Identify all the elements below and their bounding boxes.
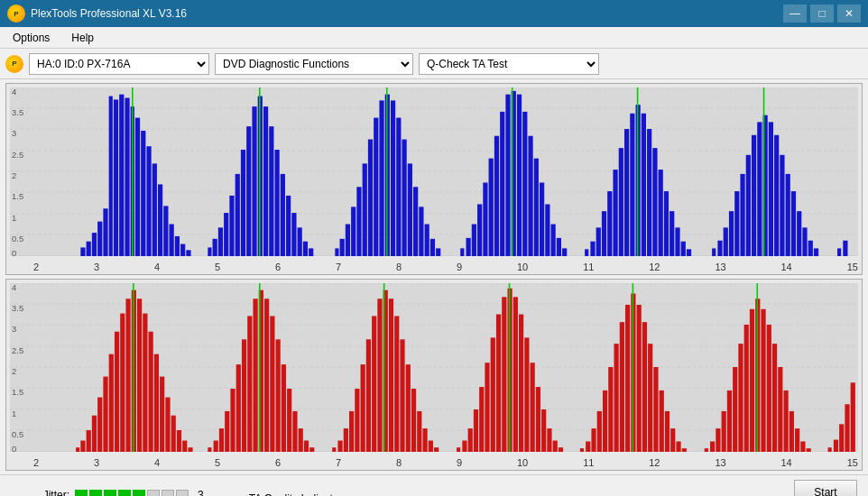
svg-rect-59	[346, 225, 350, 256]
x-label: 4	[154, 457, 160, 468]
svg-rect-213	[411, 389, 416, 452]
svg-rect-274	[807, 448, 811, 452]
svg-rect-117	[729, 211, 734, 256]
svg-rect-190	[264, 299, 269, 452]
svg-rect-38	[208, 247, 211, 256]
svg-rect-80	[483, 182, 487, 256]
x-label: 5	[215, 262, 220, 272]
svg-rect-271	[790, 411, 794, 452]
svg-rect-230	[524, 337, 529, 452]
minimize-button[interactable]: —	[783, 5, 807, 23]
svg-rect-120	[746, 155, 751, 256]
x-label: 6	[275, 262, 281, 272]
svg-rect-131	[808, 241, 813, 256]
svg-text:4: 4	[12, 87, 16, 96]
svg-rect-21	[125, 98, 129, 256]
svg-rect-259	[722, 411, 726, 452]
svg-rect-242	[608, 367, 613, 452]
test-select[interactable]: Q-Check TA Test	[419, 53, 599, 75]
svg-rect-275	[828, 447, 832, 452]
svg-rect-241	[603, 390, 607, 452]
red-chart: 4 3.5 3 2.5 2 1.5 1 0.5 0	[5, 279, 863, 471]
svg-rect-110	[669, 211, 674, 256]
x-label: 8	[396, 457, 402, 468]
blue-chart-svg: 4 3.5 3 2.5 2 1.5 1 0.5 0	[10, 87, 858, 256]
svg-rect-243	[614, 344, 618, 452]
svg-rect-97	[596, 227, 601, 256]
svg-rect-257	[710, 441, 715, 452]
svg-rect-159	[76, 447, 79, 452]
svg-rect-171	[143, 314, 147, 452]
svg-rect-165	[109, 354, 114, 452]
svg-rect-40	[218, 227, 223, 256]
menu-help[interactable]: Help	[64, 30, 101, 46]
bar-seg-empty	[147, 490, 160, 497]
svg-rect-240	[597, 411, 602, 452]
x-label: 5	[215, 457, 220, 468]
svg-text:2.5: 2.5	[12, 151, 23, 160]
close-button[interactable]: ✕	[837, 5, 861, 23]
svg-rect-113	[687, 249, 691, 256]
svg-rect-62	[363, 163, 367, 256]
svg-rect-245	[625, 305, 630, 452]
svg-rect-239	[591, 428, 596, 452]
bottom-panel: Jitter: 3 Peak Shift:	[0, 474, 868, 496]
svg-rect-260	[727, 390, 732, 452]
svg-rect-161	[87, 430, 91, 452]
svg-rect-103	[630, 114, 634, 256]
svg-rect-248	[642, 322, 647, 452]
svg-rect-27	[158, 184, 162, 256]
titlebar: P PlexTools Professional XL V3.16 — □ ✕	[0, 0, 868, 27]
svg-text:3: 3	[12, 129, 16, 138]
svg-text:1.5: 1.5	[12, 388, 23, 397]
svg-text:1: 1	[12, 214, 16, 223]
svg-rect-200	[337, 441, 342, 452]
svg-rect-87	[522, 112, 527, 256]
svg-rect-162	[92, 416, 97, 452]
x-label: 2	[33, 262, 39, 272]
x-label: 15	[847, 262, 858, 272]
svg-rect-95	[585, 249, 588, 256]
svg-rect-70	[408, 163, 412, 256]
svg-rect-187	[247, 316, 252, 452]
red-chart-inner: 4 3.5 3 2.5 2 1.5 1 0.5 0	[10, 283, 858, 452]
svg-rect-267	[767, 325, 771, 452]
svg-rect-270	[783, 390, 788, 452]
svg-rect-262	[738, 344, 743, 452]
function-select[interactable]: DVD Diagnostic Functions	[215, 53, 413, 75]
svg-rect-64	[374, 118, 378, 256]
svg-rect-41	[224, 213, 228, 256]
x-label: 2	[33, 457, 39, 468]
red-chart-xaxis: 2 3 4 5 6 7 8 9 10 11 12 13 14 15	[33, 457, 858, 468]
bar-seg	[104, 490, 116, 497]
svg-rect-192	[276, 339, 281, 452]
svg-rect-204	[361, 364, 365, 452]
metrics-block: Jitter: 3 Peak Shift:	[11, 489, 204, 497]
svg-rect-264	[750, 309, 754, 452]
svg-rect-202	[349, 411, 354, 452]
svg-rect-32	[186, 250, 190, 256]
drive-select[interactable]: HA:0 ID:0 PX-716A	[29, 53, 209, 75]
svg-rect-252	[665, 411, 669, 452]
svg-text:2: 2	[12, 367, 16, 376]
svg-text:1.5: 1.5	[12, 192, 23, 201]
svg-rect-81	[489, 159, 494, 256]
start-button[interactable]: Start	[794, 480, 857, 497]
maximize-button[interactable]: □	[810, 5, 834, 23]
svg-rect-77	[466, 238, 471, 256]
app-title: PlexTools Professional XL V3.16	[31, 7, 187, 20]
svg-text:0.5: 0.5	[12, 430, 23, 439]
svg-rect-251	[660, 390, 664, 452]
svg-text:4: 4	[12, 283, 16, 292]
svg-rect-167	[120, 314, 125, 452]
svg-rect-268	[772, 344, 777, 452]
svg-rect-50	[274, 150, 279, 256]
svg-rect-20	[119, 95, 124, 256]
svg-rect-90	[540, 182, 544, 256]
svg-rect-130	[802, 227, 807, 256]
svg-rect-78	[472, 225, 476, 256]
svg-rect-194	[287, 389, 291, 452]
svg-rect-229	[519, 315, 523, 452]
menu-options[interactable]: Options	[5, 30, 57, 46]
x-label: 11	[583, 262, 594, 272]
